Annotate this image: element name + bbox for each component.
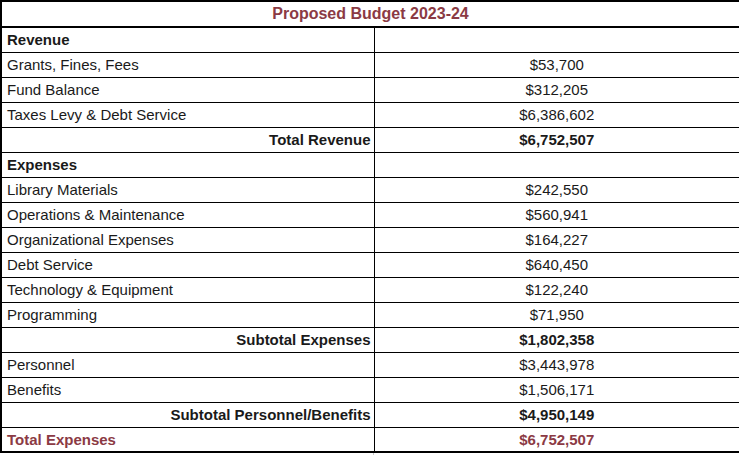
table-row: Operations & Maintenance$560,941	[1, 202, 739, 227]
table-row: Grants, Fines, Fees$53,700	[1, 52, 739, 77]
row-value	[374, 27, 739, 52]
table-row: Technology & Equipment$122,240	[1, 277, 739, 302]
row-label: Expenses	[1, 152, 374, 177]
row-value: $122,240	[374, 277, 739, 302]
row-label: Revenue	[1, 27, 374, 52]
row-value: $6,752,507	[374, 427, 739, 452]
row-label: Total Expenses	[1, 427, 374, 452]
row-label: Grants, Fines, Fees	[1, 52, 374, 77]
table-row: Personnel$3,443,978	[1, 352, 739, 377]
page-title: Proposed Budget 2023-24	[1, 1, 739, 27]
table-title-row: Proposed Budget 2023-24	[1, 1, 739, 27]
row-label: Organizational Expenses	[1, 227, 374, 252]
row-label: Programming	[1, 302, 374, 327]
row-label: Subtotal Personnel/Benefits	[1, 402, 374, 427]
row-label: Taxes Levy & Debt Service	[1, 102, 374, 127]
row-label: Personnel	[1, 352, 374, 377]
row-label: Fund Balance	[1, 77, 374, 102]
table-row: Library Materials$242,550	[1, 177, 739, 202]
row-value: $560,941	[374, 202, 739, 227]
row-value: $312,205	[374, 77, 739, 102]
row-value: $1,802,358	[374, 327, 739, 352]
row-value: $4,950,149	[374, 402, 739, 427]
table-row: Benefits$1,506,171	[1, 377, 739, 402]
row-value: $6,752,507	[374, 127, 739, 152]
row-label: Subtotal Expenses	[1, 327, 374, 352]
row-value: $71,950	[374, 302, 739, 327]
row-label: Library Materials	[1, 177, 374, 202]
row-value: $242,550	[374, 177, 739, 202]
table-body: RevenueGrants, Fines, Fees$53,700Fund Ba…	[1, 27, 739, 452]
table-row: Revenue	[1, 27, 739, 52]
table-row: Total Expenses$6,752,507	[1, 427, 739, 452]
row-label: Operations & Maintenance	[1, 202, 374, 227]
row-value: $640,450	[374, 252, 739, 277]
budget-table: Proposed Budget 2023-24 RevenueGrants, F…	[0, 0, 739, 453]
table-row: Programming$71,950	[1, 302, 739, 327]
row-value: $6,386,602	[374, 102, 739, 127]
row-label: Technology & Equipment	[1, 277, 374, 302]
row-label: Debt Service	[1, 252, 374, 277]
row-label: Total Revenue	[1, 127, 374, 152]
table-row: Expenses	[1, 152, 739, 177]
table-row: Total Revenue$6,752,507	[1, 127, 739, 152]
row-value: $53,700	[374, 52, 739, 77]
row-value: $1,506,171	[374, 377, 739, 402]
row-value: $164,227	[374, 227, 739, 252]
table-row: Fund Balance$312,205	[1, 77, 739, 102]
table-row: Taxes Levy & Debt Service$6,386,602	[1, 102, 739, 127]
table-row: Organizational Expenses$164,227	[1, 227, 739, 252]
table-row: Subtotal Personnel/Benefits$4,950,149	[1, 402, 739, 427]
table-row: Subtotal Expenses$1,802,358	[1, 327, 739, 352]
row-label: Benefits	[1, 377, 374, 402]
row-value	[374, 152, 739, 177]
row-value: $3,443,978	[374, 352, 739, 377]
table-row: Debt Service$640,450	[1, 252, 739, 277]
